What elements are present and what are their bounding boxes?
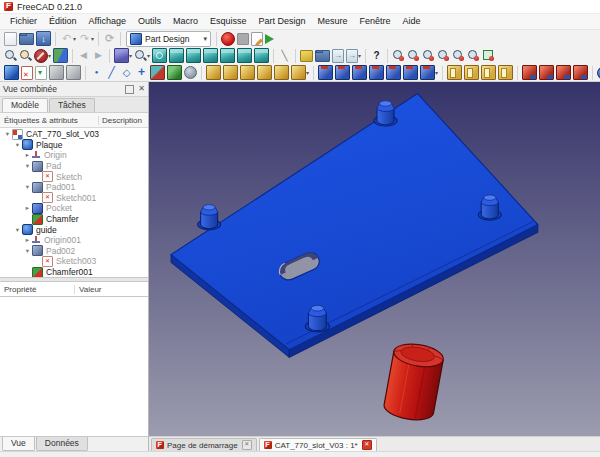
tree-expand-icon[interactable]: ▸	[23, 204, 32, 212]
tab-modele[interactable]: Modèle	[2, 98, 48, 112]
menu-mesure[interactable]: Mesure	[312, 14, 354, 29]
view-top-button[interactable]	[185, 48, 202, 63]
macro-edit-button[interactable]	[250, 31, 264, 46]
workbench-selector[interactable]: Part Design▾	[126, 31, 211, 47]
link-select-links-button[interactable]	[481, 48, 496, 63]
dropdown-caret-icon[interactable]: ▾	[306, 69, 309, 76]
tree-item-pocket[interactable]: ▸Pocket	[0, 203, 148, 214]
draft-button[interactable]	[555, 65, 572, 80]
shape-binder-button[interactable]	[149, 65, 166, 80]
tree-item-cat-770-slot-v03[interactable]: ▾CAT_770_slot_V03	[0, 129, 148, 140]
tab-taches[interactable]: Tâches	[49, 98, 95, 112]
tree-expand-icon[interactable]: ▾	[23, 183, 32, 191]
additive-loft-button[interactable]	[239, 65, 256, 80]
additive-helix-button[interactable]	[273, 65, 290, 80]
macro-execute-button[interactable]	[264, 31, 275, 46]
dropdown-caret-icon[interactable]: ▾	[91, 35, 94, 42]
close-tab-icon[interactable]: ✕	[362, 440, 372, 450]
tree-header-description[interactable]: Description	[99, 116, 148, 125]
datum-plane-button[interactable]	[119, 65, 134, 80]
thickness-button[interactable]	[572, 65, 589, 80]
property-editor[interactable]	[0, 297, 148, 437]
tree-item-origin001[interactable]: ▸Origin001	[0, 235, 148, 246]
tree-item-pad001[interactable]: ▾Pad001	[0, 182, 148, 193]
link-select-all-links-button[interactable]	[421, 48, 436, 63]
menu-esquisse[interactable]: Esquisse	[204, 14, 253, 29]
link-go-to-deepest-button[interactable]	[466, 48, 481, 63]
nav-back-button[interactable]	[76, 48, 91, 63]
whats-this-button[interactable]	[369, 48, 384, 63]
menu-part-design[interactable]: Part Design	[252, 14, 311, 29]
dropdown-caret-icon[interactable]: ▾	[358, 52, 361, 59]
tree-item-sketch003[interactable]: Sketch003	[0, 256, 148, 267]
mirrored-button[interactable]	[446, 65, 463, 80]
tab-donnees[interactable]: Données	[36, 437, 88, 451]
linear-pattern-button[interactable]	[463, 65, 480, 80]
tree-expand-icon[interactable]: ▾	[3, 130, 12, 138]
menu-edition[interactable]: Édition	[43, 14, 83, 29]
tree-item-pad002[interactable]: ▾Pad002	[0, 246, 148, 257]
dropdown-caret-icon[interactable]: ▾	[129, 52, 132, 59]
view-left-button[interactable]	[253, 48, 270, 63]
multitransform-button[interactable]	[497, 65, 514, 80]
clone-button[interactable]	[183, 65, 198, 80]
tree-item-chamfer001[interactable]: Chamfer001	[0, 267, 148, 278]
document-tab-page-de-demarrage[interactable]: Page de démarrage✕	[151, 438, 257, 451]
tree-item-plaque[interactable]: ▾Plaque	[0, 140, 148, 151]
fillet-button[interactable]	[521, 65, 538, 80]
view-bottom-button[interactable]	[236, 48, 253, 63]
save-document-button[interactable]	[35, 31, 52, 46]
tree-item-origin[interactable]: ▸Origin	[0, 150, 148, 161]
tree-expand-icon[interactable]: ▾	[13, 226, 22, 234]
dropdown-caret-icon[interactable]: ▾	[435, 69, 438, 76]
3d-viewport[interactable]	[149, 82, 600, 436]
tree-expand-icon[interactable]: ▾	[13, 141, 22, 149]
tree-expand-icon[interactable]: ▾	[23, 247, 32, 255]
close-tab-icon[interactable]: ✕	[242, 440, 252, 450]
dropdown-caret-icon[interactable]: ▾	[147, 52, 150, 59]
subtractive-primitive-button[interactable]: ▾	[419, 65, 439, 80]
zoom-tools-button[interactable]: ▾	[133, 48, 151, 63]
tree-expand-icon[interactable]: ▸	[23, 151, 32, 159]
view-home-button[interactable]	[151, 48, 168, 63]
menu-aide[interactable]: Aide	[397, 14, 427, 29]
tree-expand-icon[interactable]: ▸	[23, 236, 32, 244]
box-selection-button[interactable]	[299, 48, 314, 63]
pocket-button[interactable]	[317, 65, 334, 80]
tree-item-pad[interactable]: ▾Pad	[0, 161, 148, 172]
fit-selection-button[interactable]	[18, 48, 33, 63]
float-panel-icon[interactable]	[125, 85, 134, 94]
undo-button[interactable]: ▾	[59, 31, 77, 46]
tree-item-sketch[interactable]: Sketch	[0, 171, 148, 182]
menu-fichier[interactable]: Fichier	[4, 14, 43, 29]
open-document-button[interactable]	[18, 31, 35, 46]
link-import-all-button[interactable]: ▾	[345, 48, 362, 63]
appearance-button[interactable]	[52, 48, 69, 63]
dropdown-caret-icon[interactable]: ▾	[73, 35, 76, 42]
tree-expand-icon[interactable]: ▾	[23, 162, 32, 170]
view-front-button[interactable]	[168, 48, 185, 63]
subtractive-helix-button[interactable]	[402, 65, 419, 80]
menu-affichage[interactable]: Affichage	[83, 14, 132, 29]
link-import-button[interactable]	[331, 48, 345, 63]
chevron-down-icon[interactable]: ▾	[203, 35, 207, 43]
redo-button[interactable]: ▾	[77, 31, 95, 46]
draw-style-button[interactable]: ▾	[33, 48, 52, 63]
local-coordinate-system-button[interactable]	[134, 65, 149, 80]
pad-button[interactable]	[205, 65, 222, 80]
edit-sketch-button[interactable]	[34, 65, 48, 80]
boolean-operation-button[interactable]	[596, 65, 600, 80]
menu-macro[interactable]: Macro	[167, 14, 204, 29]
property-header-name[interactable]: Propriété	[0, 285, 75, 294]
view-right-button[interactable]	[202, 48, 219, 63]
group-button[interactable]	[314, 48, 331, 63]
sub-shape-binder-button[interactable]	[166, 65, 183, 80]
tree-item-chamfer[interactable]: Chamfer	[0, 214, 148, 225]
dropdown-caret-icon[interactable]: ▾	[48, 52, 51, 59]
tab-vue[interactable]: Vue	[2, 437, 35, 451]
hole-button[interactable]	[334, 65, 351, 80]
groove-button[interactable]	[351, 65, 368, 80]
new-document-button[interactable]	[3, 31, 18, 46]
datum-line-button[interactable]	[104, 65, 119, 80]
validate-sketch-button[interactable]	[65, 65, 82, 80]
